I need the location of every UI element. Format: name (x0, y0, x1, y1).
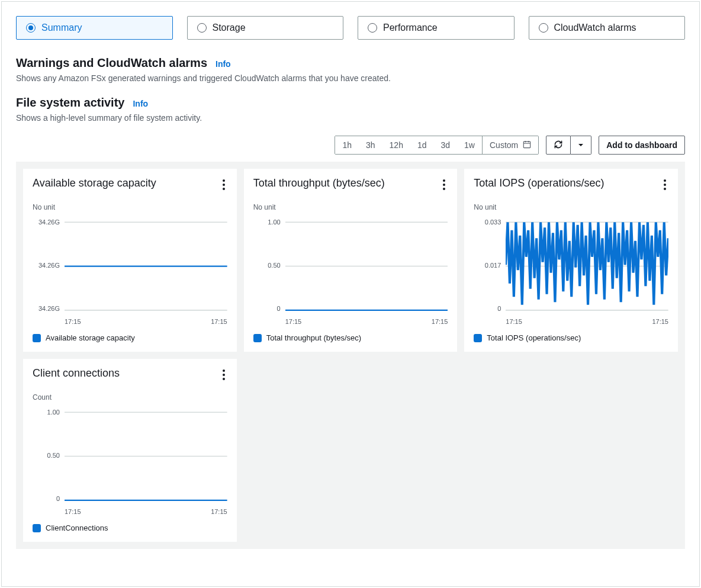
y-tick: 1.00 (33, 409, 60, 416)
svg-rect-0 (524, 142, 530, 148)
legend-swatch (474, 334, 482, 342)
y-tick: 34.26G (33, 219, 60, 226)
card-total-throughput: Total throughput (bytes/sec) No unit 1.0… (244, 169, 458, 352)
card-title: Client connections (33, 367, 120, 380)
activity-title: File system activity (16, 96, 124, 110)
tab-label: CloudWatch alarms (554, 23, 636, 33)
radio-icon (197, 23, 207, 33)
tab-bar: Summary Storage Performance CloudWatch a… (16, 16, 685, 40)
chart-legend: Available storage capacity (33, 333, 227, 342)
x-tick: 17:15 (432, 318, 448, 325)
chart-legend: Total throughput (bytes/sec) (253, 333, 448, 342)
legend-label: Total IOPS (operations/sec) (487, 333, 581, 342)
monitoring-panel: Summary Storage Performance CloudWatch a… (1, 1, 700, 587)
card-total-iops: Total IOPS (operations/sec) No unit 0.03… (464, 169, 678, 352)
card-available-storage: Available storage capacity No unit 34.26… (23, 169, 237, 352)
range-custom[interactable]: Custom (482, 136, 538, 154)
radio-icon (368, 23, 377, 33)
chart-iops: 0.033 0.017 0 17:15 17:15 (474, 219, 668, 325)
x-tick: 17:15 (285, 318, 302, 325)
chart-storage: 34.26G 34.26G 34.26G 17:15 17:15 (33, 219, 227, 325)
add-to-dashboard-button[interactable]: Add to dashboard (599, 136, 685, 155)
radio-icon (26, 23, 36, 33)
calendar-icon (523, 140, 531, 150)
range-3d[interactable]: 3d (434, 136, 458, 154)
card-title: Available storage capacity (33, 177, 156, 189)
chart-unit: Count (33, 393, 227, 401)
x-tick: 17:15 (211, 508, 227, 515)
chart-unit: No unit (253, 203, 448, 211)
legend-swatch (253, 334, 262, 342)
x-tick: 17:15 (211, 318, 227, 325)
x-tick: 17:15 (652, 318, 668, 325)
legend-label: ClientConnections (46, 523, 108, 532)
y-tick: 0.017 (474, 262, 501, 269)
legend-label: Total throughput (bytes/sec) (266, 333, 361, 342)
range-3h[interactable]: 3h (359, 136, 382, 154)
range-1h[interactable]: 1h (335, 136, 359, 154)
tab-performance[interactable]: Performance (358, 16, 515, 40)
y-tick: 0.033 (474, 219, 501, 226)
chart-toolbar: 1h 3h 12h 1d 3d 1w Custom (16, 136, 685, 155)
dashboard-grid: Available storage capacity No unit 34.26… (16, 162, 685, 549)
range-12h[interactable]: 12h (382, 136, 410, 154)
chart-legend: Total IOPS (operations/sec) (474, 333, 668, 342)
legend-label: Available storage capacity (46, 333, 135, 342)
x-tick: 17:15 (65, 508, 81, 515)
chart-throughput: 1.00 0.50 0 17:15 17:15 (253, 219, 448, 325)
y-tick: 34.26G (33, 262, 60, 269)
tab-label: Storage (213, 23, 246, 33)
refresh-menu-button[interactable] (571, 136, 591, 155)
y-tick: 1.00 (253, 219, 281, 226)
range-1w[interactable]: 1w (457, 136, 482, 154)
x-tick: 17:15 (506, 318, 522, 325)
card-title: Total throughput (bytes/sec) (253, 177, 385, 189)
card-menu-button[interactable] (661, 177, 668, 192)
y-tick: 34.26G (33, 305, 60, 312)
chart-unit: No unit (474, 203, 668, 211)
card-menu-button[interactable] (220, 367, 227, 383)
y-tick: 0 (474, 305, 501, 312)
tab-summary[interactable]: Summary (16, 16, 173, 40)
card-menu-button[interactable] (440, 177, 448, 192)
time-range-selector: 1h 3h 12h 1d 3d 1w Custom (335, 136, 539, 155)
tab-label: Performance (383, 23, 438, 33)
card-client-connections: Client connections Count 1.00 0.50 0 (23, 359, 237, 542)
warnings-title: Warnings and CloudWatch alarms (16, 56, 207, 70)
y-tick: 0 (253, 305, 281, 312)
tab-cloudwatch-alarms[interactable]: CloudWatch alarms (529, 16, 686, 40)
info-link[interactable]: Info (133, 99, 148, 108)
activity-desc: Shows a high-level summary of file syste… (16, 113, 685, 123)
card-title: Total IOPS (operations/sec) (474, 177, 604, 189)
legend-swatch (33, 334, 41, 342)
y-tick: 0.50 (33, 452, 60, 459)
chart-legend: ClientConnections (33, 523, 227, 532)
info-link[interactable]: Info (216, 59, 231, 69)
warnings-desc: Shows any Amazon FSx generated warnings … (16, 73, 685, 83)
card-menu-button[interactable] (220, 177, 227, 192)
warnings-title-row: Warnings and CloudWatch alarms Info (16, 56, 685, 70)
activity-title-row: File system activity Info (16, 96, 685, 110)
radio-icon (539, 23, 548, 33)
range-1d[interactable]: 1d (410, 136, 434, 154)
refresh-icon (554, 140, 563, 151)
caret-down-icon (578, 140, 584, 150)
chart-unit: No unit (33, 203, 227, 211)
range-custom-label: Custom (490, 140, 518, 150)
refresh-button[interactable] (546, 136, 571, 155)
legend-swatch (33, 524, 41, 532)
x-tick: 17:15 (65, 318, 81, 325)
tab-storage[interactable]: Storage (187, 16, 344, 40)
refresh-button-group (546, 136, 591, 155)
chart-clients: 1.00 0.50 0 17:15 17:15 (33, 409, 227, 515)
tab-label: Summary (41, 23, 82, 33)
y-tick: 0 (33, 495, 60, 502)
y-tick: 0.50 (253, 262, 281, 269)
